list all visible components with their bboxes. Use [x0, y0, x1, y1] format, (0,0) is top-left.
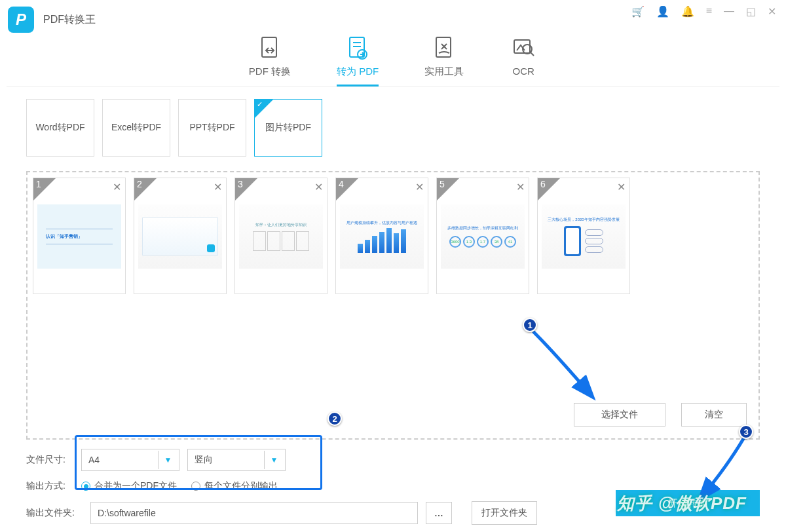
orientation-select[interactable]: 竖向▼ — [187, 449, 286, 471]
browse-button[interactable]: ... — [426, 502, 452, 524]
thumbnail-item[interactable]: 4✕ 用户规模持续攀升，优质内容与用户相遇 — [335, 178, 428, 294]
output-folder-label: 输出文件夹: — [26, 507, 83, 519]
sub-tabs: Word转PDF Excel转PDF PPT转PDF 图片转PDF — [0, 87, 786, 157]
svg-line-8 — [531, 52, 534, 56]
menu-icon[interactable]: ≡ — [706, 5, 712, 18]
callout-3: 3 — [739, 425, 753, 439]
close-icon[interactable]: ✕ — [768, 5, 776, 18]
thumb-remove-icon[interactable]: ✕ — [415, 181, 424, 193]
thumb-remove-icon[interactable]: ✕ — [617, 181, 626, 193]
output-path-input[interactable]: D:\softwarefile — [90, 502, 418, 524]
app-logo: P — [8, 7, 34, 33]
tab-tools[interactable]: 实用工具 — [424, 34, 464, 86]
file-dropzone[interactable]: 1✕ 认识「知乎营销」 2✕ 3✕ 知乎：让人们更好地分享知识 4✕ 用户规模持… — [26, 171, 760, 440]
tab-pdf-convert[interactable]: PDF 转换 — [249, 34, 291, 86]
radio-separate[interactable]: 每个文件分别输出 — [191, 480, 278, 492]
callout-1: 1 — [523, 318, 537, 332]
thumb-remove-icon[interactable]: ✕ — [516, 181, 525, 193]
callout-2: 2 — [328, 411, 342, 426]
output-mode-label: 输出方式: — [26, 480, 73, 492]
thumb-remove-icon[interactable]: ✕ — [113, 181, 121, 193]
thumbnail-item[interactable]: 1✕ 认识「知乎营销」 — [33, 178, 126, 294]
page-size-select[interactable]: A4▼ — [81, 449, 179, 471]
thumbnail-item[interactable]: 5✕ 多维数据同步增长，知乎深耕互联网红利36001.31.73841 — [436, 178, 529, 294]
ocr-icon — [510, 34, 537, 62]
start-convert-button[interactable]: 开始转换 — [616, 490, 760, 516]
thumb-remove-icon[interactable]: ✕ — [214, 181, 222, 193]
chevron-down-icon: ▼ — [264, 451, 284, 469]
minimize-icon[interactable]: — — [724, 5, 734, 18]
chevron-down-icon: ▼ — [158, 451, 178, 469]
tab-to-pdf[interactable]: 转为 PDF — [337, 34, 379, 86]
subtab-excel[interactable]: Excel转PDF — [102, 99, 170, 157]
thumb-remove-icon[interactable]: ✕ — [314, 181, 323, 193]
thumbnail-item[interactable]: 6✕ 三大核心场景，2020年知乎内容强势发展 — [537, 178, 630, 294]
cart-icon[interactable]: 🛒 — [631, 5, 645, 18]
main-tabs: PDF 转换 转为 PDF 实用工具 OCR — [0, 34, 786, 86]
window-controls: 🛒 👤 🔔 ≡ — ◱ ✕ — [631, 5, 776, 18]
app-title: PDF转换王 — [43, 13, 96, 27]
maximize-icon[interactable]: ◱ — [746, 5, 756, 18]
thumbnail-item[interactable]: 2✕ — [134, 178, 227, 294]
pdf-convert-icon — [256, 34, 284, 62]
subtab-image[interactable]: 图片转PDF — [254, 99, 322, 157]
user-icon[interactable]: 👤 — [656, 5, 669, 18]
thumbnail-item[interactable]: 3✕ 知乎：让人们更好地分享知识 — [234, 178, 328, 294]
subtab-ppt[interactable]: PPT转PDF — [178, 99, 246, 157]
subtab-word[interactable]: Word转PDF — [26, 99, 94, 157]
open-folder-button[interactable]: 打开文件夹 — [472, 501, 537, 525]
svg-rect-0 — [262, 37, 276, 57]
radio-merge[interactable]: 合并为一个PDF文件 — [81, 480, 177, 492]
bell-icon[interactable]: 🔔 — [681, 5, 694, 18]
select-file-button[interactable]: 选择文件 — [574, 403, 665, 427]
tools-icon — [430, 34, 458, 62]
to-pdf-icon — [344, 34, 371, 62]
tab-ocr[interactable]: OCR — [510, 34, 537, 86]
file-size-label: 文件尺寸: — [26, 454, 73, 466]
thumbnail-list: 1✕ 认识「知乎营销」 2✕ 3✕ 知乎：让人们更好地分享知识 4✕ 用户规模持… — [33, 178, 753, 294]
clear-button[interactable]: 清空 — [681, 403, 747, 427]
